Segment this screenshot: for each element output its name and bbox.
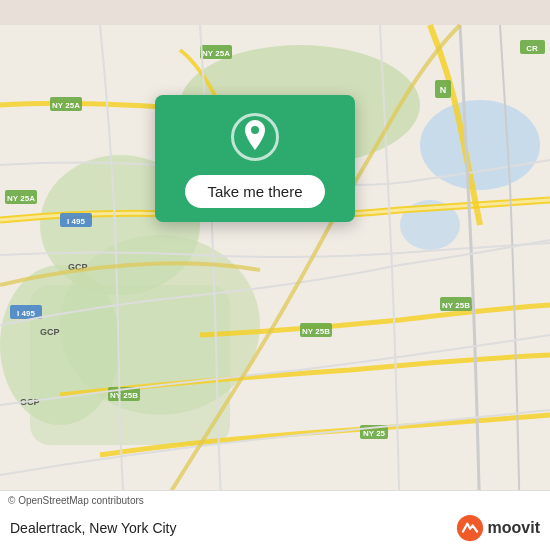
moovit-logo: moovit	[456, 514, 540, 542]
svg-rect-5	[30, 285, 230, 445]
map-background: I 495 I 495 NY 25A NY 25A NY 25A N CR NY…	[0, 0, 550, 550]
take-me-there-button[interactable]: Take me there	[185, 175, 324, 208]
location-pin-icon	[231, 113, 279, 161]
svg-text:NY 25B: NY 25B	[442, 301, 470, 310]
popup-card: Take me there	[155, 95, 355, 222]
svg-text:N: N	[440, 85, 447, 95]
svg-text:NY 25: NY 25	[363, 429, 386, 438]
bottom-info-bar: Dealertrack, New York City moovit	[0, 508, 550, 550]
svg-point-33	[251, 126, 259, 134]
svg-text:CR: CR	[526, 44, 538, 53]
svg-text:I 495: I 495	[67, 217, 85, 226]
svg-text:NY 25A: NY 25A	[52, 101, 80, 110]
svg-text:GCP: GCP	[40, 327, 60, 337]
svg-text:I 495: I 495	[17, 309, 35, 318]
moovit-text: moovit	[488, 519, 540, 537]
map-container: I 495 I 495 NY 25A NY 25A NY 25A N CR NY…	[0, 0, 550, 550]
location-title: Dealertrack, New York City	[10, 520, 177, 536]
svg-text:NY 25B: NY 25B	[302, 327, 330, 336]
svg-text:NY 25B: NY 25B	[110, 391, 138, 400]
moovit-icon	[456, 514, 484, 542]
svg-text:NY 25A: NY 25A	[7, 194, 35, 203]
svg-text:NY 25A: NY 25A	[202, 49, 230, 58]
osm-attribution: © OpenStreetMap contributors	[0, 490, 550, 508]
bottom-bar: © OpenStreetMap contributors Dealertrack…	[0, 490, 550, 550]
